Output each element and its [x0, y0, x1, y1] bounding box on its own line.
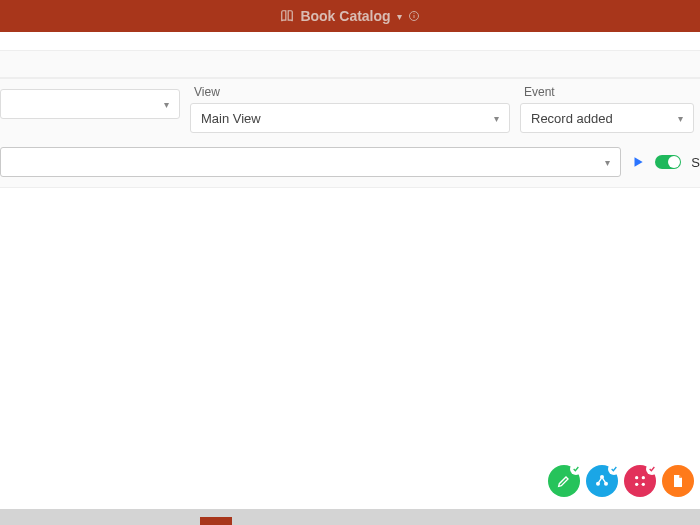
fab-row	[548, 465, 694, 497]
fab-edit[interactable]	[548, 465, 580, 497]
select-event-value: Record added	[531, 111, 613, 126]
chevron-down-icon: ▾	[164, 99, 169, 110]
svg-point-8	[635, 483, 638, 486]
status-toggle[interactable]	[655, 155, 681, 169]
toolbar-band	[0, 50, 700, 78]
chevron-down-icon: ▾	[678, 113, 683, 124]
config-row-1: ▾ View Main View ▾ Event Record added ▾	[0, 79, 700, 139]
svg-point-2	[413, 13, 414, 14]
fab-apps[interactable]	[624, 465, 656, 497]
select-view[interactable]: Main View ▾	[190, 103, 510, 133]
book-icon	[280, 9, 294, 23]
fab-share[interactable]	[586, 465, 618, 497]
app-title[interactable]: Book Catalog	[300, 8, 390, 24]
title-caret-icon[interactable]: ▾	[397, 11, 402, 22]
spacer	[0, 32, 700, 50]
content-area	[0, 188, 700, 438]
config-panel: ▾ View Main View ▾ Event Record added ▾ …	[0, 78, 700, 188]
info-icon[interactable]	[408, 10, 420, 22]
chevron-down-icon: ▾	[605, 157, 610, 168]
select-view-value: Main View	[201, 111, 261, 126]
select-event[interactable]: Record added ▾	[520, 103, 694, 133]
field-first: ▾	[0, 85, 180, 133]
toggle-label: S	[691, 155, 700, 170]
fab-file[interactable]	[662, 465, 694, 497]
check-badge-icon	[608, 463, 620, 475]
check-badge-icon	[570, 463, 582, 475]
config-row-2: ▾ S	[0, 139, 700, 187]
svg-point-7	[642, 476, 645, 479]
check-badge-icon	[646, 463, 658, 475]
app-titlebar: Book Catalog ▾	[0, 0, 700, 32]
field-view-label: View	[190, 85, 510, 99]
select-first[interactable]: ▾	[0, 89, 180, 119]
svg-point-6	[635, 476, 638, 479]
svg-point-9	[642, 483, 645, 486]
chevron-down-icon: ▾	[494, 113, 499, 124]
select-action[interactable]: ▾	[0, 147, 621, 177]
bottom-indicator	[200, 517, 232, 525]
field-event-label: Event	[520, 85, 694, 99]
bottom-bar	[0, 509, 700, 525]
field-event: Event Record added ▾	[520, 85, 700, 133]
run-button[interactable]	[631, 155, 645, 169]
field-view: View Main View ▾	[190, 85, 510, 133]
